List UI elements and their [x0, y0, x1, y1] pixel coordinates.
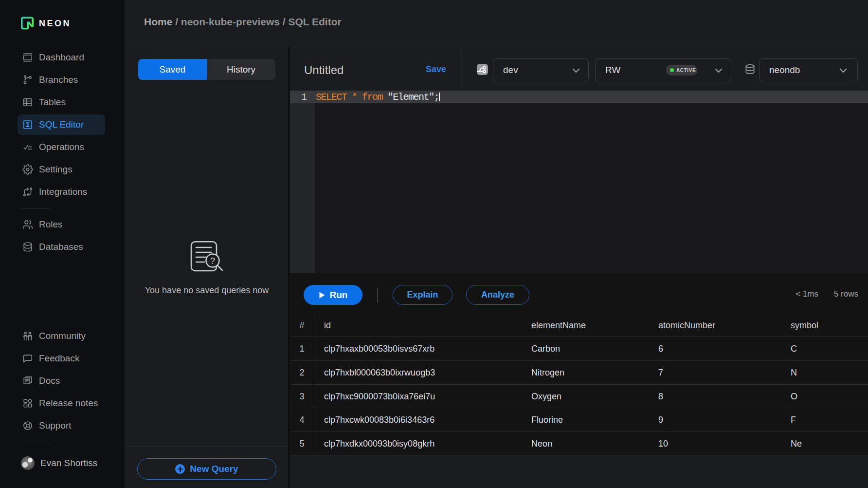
svg-text:?: ?	[210, 256, 215, 266]
